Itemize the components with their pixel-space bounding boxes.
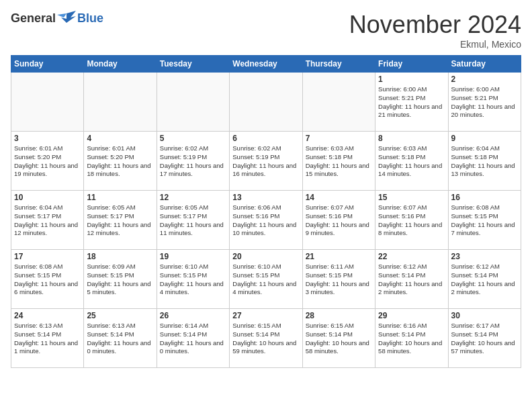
day-number: 9 <box>451 134 518 143</box>
logo-blue-text: Blue <box>77 11 103 26</box>
day-cell: 19Sunrise: 6:10 AM Sunset: 5:15 PM Dayli… <box>157 250 229 309</box>
day-number: 23 <box>451 252 518 261</box>
day-info: Sunrise: 6:08 AM Sunset: 5:15 PM Dayligh… <box>451 203 518 238</box>
day-cell: 17Sunrise: 6:08 AM Sunset: 5:15 PM Dayli… <box>11 250 84 309</box>
week-row-1: 1Sunrise: 6:00 AM Sunset: 5:21 PM Daylig… <box>11 73 521 132</box>
day-cell <box>302 73 375 132</box>
day-info: Sunrise: 6:15 AM Sunset: 5:14 PM Dayligh… <box>306 322 372 356</box>
day-info: Sunrise: 6:16 AM Sunset: 5:14 PM Dayligh… <box>378 322 445 356</box>
month-title: November 2024 <box>349 11 521 39</box>
col-header-saturday: Saturday <box>448 56 521 73</box>
day-info: Sunrise: 6:01 AM Sunset: 5:20 PM Dayligh… <box>14 144 81 179</box>
logo-general-text: General <box>11 11 56 26</box>
day-cell: 23Sunrise: 6:12 AM Sunset: 5:14 PM Dayli… <box>448 250 521 309</box>
day-number: 18 <box>87 252 153 261</box>
day-cell: 3Sunrise: 6:01 AM Sunset: 5:20 PM Daylig… <box>11 132 84 191</box>
day-info: Sunrise: 6:08 AM Sunset: 5:15 PM Dayligh… <box>14 263 81 297</box>
title-area: November 2024 Ekmul, Mexico <box>349 11 521 50</box>
col-header-tuesday: Tuesday <box>157 56 229 73</box>
day-info: Sunrise: 6:10 AM Sunset: 5:15 PM Dayligh… <box>160 263 226 297</box>
day-info: Sunrise: 6:07 AM Sunset: 5:16 PM Dayligh… <box>306 203 372 238</box>
day-number: 20 <box>232 252 299 261</box>
day-number: 8 <box>378 134 445 143</box>
col-header-sunday: Sunday <box>11 56 84 73</box>
day-cell: 22Sunrise: 6:12 AM Sunset: 5:14 PM Dayli… <box>375 250 448 309</box>
day-cell: 29Sunrise: 6:16 AM Sunset: 5:14 PM Dayli… <box>375 309 448 368</box>
day-info: Sunrise: 6:12 AM Sunset: 5:14 PM Dayligh… <box>451 263 518 297</box>
day-cell: 16Sunrise: 6:08 AM Sunset: 5:15 PM Dayli… <box>448 191 521 250</box>
col-header-monday: Monday <box>84 56 157 73</box>
day-number: 15 <box>378 193 445 202</box>
day-info: Sunrise: 6:15 AM Sunset: 5:14 PM Dayligh… <box>232 322 299 356</box>
day-number: 14 <box>306 193 372 202</box>
day-info: Sunrise: 6:01 AM Sunset: 5:20 PM Dayligh… <box>87 144 153 179</box>
day-number: 10 <box>14 193 81 202</box>
day-number: 27 <box>232 311 299 320</box>
day-number: 2 <box>451 75 518 84</box>
day-info: Sunrise: 6:04 AM Sunset: 5:18 PM Dayligh… <box>451 144 518 179</box>
day-cell: 15Sunrise: 6:07 AM Sunset: 5:16 PM Dayli… <box>375 191 448 250</box>
day-cell: 25Sunrise: 6:13 AM Sunset: 5:14 PM Dayli… <box>84 309 157 368</box>
day-info: Sunrise: 6:12 AM Sunset: 5:14 PM Dayligh… <box>378 263 445 297</box>
logo: General Blue <box>11 11 103 26</box>
day-number: 26 <box>160 311 226 320</box>
day-number: 16 <box>451 193 518 202</box>
day-number: 7 <box>306 134 372 143</box>
day-cell: 24Sunrise: 6:13 AM Sunset: 5:14 PM Dayli… <box>11 309 84 368</box>
day-info: Sunrise: 6:17 AM Sunset: 5:14 PM Dayligh… <box>451 322 518 356</box>
day-info: Sunrise: 6:03 AM Sunset: 5:18 PM Dayligh… <box>378 144 445 179</box>
day-info: Sunrise: 6:10 AM Sunset: 5:15 PM Dayligh… <box>232 263 299 297</box>
day-info: Sunrise: 6:05 AM Sunset: 5:17 PM Dayligh… <box>87 203 153 238</box>
day-info: Sunrise: 6:05 AM Sunset: 5:17 PM Dayligh… <box>160 203 226 238</box>
col-header-thursday: Thursday <box>302 56 375 73</box>
day-cell: 9Sunrise: 6:04 AM Sunset: 5:18 PM Daylig… <box>448 132 521 191</box>
day-info: Sunrise: 6:13 AM Sunset: 5:14 PM Dayligh… <box>87 322 153 356</box>
day-number: 11 <box>87 193 153 202</box>
day-cell: 1Sunrise: 6:00 AM Sunset: 5:21 PM Daylig… <box>375 73 448 132</box>
day-cell: 28Sunrise: 6:15 AM Sunset: 5:14 PM Dayli… <box>302 309 375 368</box>
location: Ekmul, Mexico <box>349 39 521 50</box>
day-info: Sunrise: 6:13 AM Sunset: 5:14 PM Dayligh… <box>14 322 81 356</box>
page-header: General Blue November 2024 Ekmul, Mexico <box>11 11 521 50</box>
week-row-5: 24Sunrise: 6:13 AM Sunset: 5:14 PM Dayli… <box>11 309 521 368</box>
day-cell: 18Sunrise: 6:09 AM Sunset: 5:15 PM Dayli… <box>84 250 157 309</box>
day-cell: 21Sunrise: 6:11 AM Sunset: 5:15 PM Dayli… <box>302 250 375 309</box>
day-number: 30 <box>451 311 518 320</box>
week-row-2: 3Sunrise: 6:01 AM Sunset: 5:20 PM Daylig… <box>11 132 521 191</box>
day-cell <box>84 73 157 132</box>
calendar-table: SundayMondayTuesdayWednesdayThursdayFrid… <box>11 55 521 368</box>
day-info: Sunrise: 6:03 AM Sunset: 5:18 PM Dayligh… <box>306 144 372 179</box>
day-info: Sunrise: 6:09 AM Sunset: 5:15 PM Dayligh… <box>87 263 153 297</box>
day-cell <box>157 73 229 132</box>
day-number: 28 <box>306 311 372 320</box>
day-info: Sunrise: 6:00 AM Sunset: 5:21 PM Dayligh… <box>378 85 445 120</box>
day-cell <box>11 73 84 132</box>
day-cell: 20Sunrise: 6:10 AM Sunset: 5:15 PM Dayli… <box>230 250 302 309</box>
day-number: 21 <box>306 252 372 261</box>
day-info: Sunrise: 6:02 AM Sunset: 5:19 PM Dayligh… <box>160 144 226 179</box>
day-cell: 30Sunrise: 6:17 AM Sunset: 5:14 PM Dayli… <box>448 309 521 368</box>
day-number: 4 <box>87 134 153 143</box>
day-number: 6 <box>232 134 299 143</box>
calendar-header-row: SundayMondayTuesdayWednesdayThursdayFrid… <box>11 56 521 73</box>
day-cell: 26Sunrise: 6:14 AM Sunset: 5:14 PM Dayli… <box>157 309 229 368</box>
day-cell: 11Sunrise: 6:05 AM Sunset: 5:17 PM Dayli… <box>84 191 157 250</box>
day-cell: 4Sunrise: 6:01 AM Sunset: 5:20 PM Daylig… <box>84 132 157 191</box>
day-number: 25 <box>87 311 153 320</box>
day-number: 17 <box>14 252 81 261</box>
week-row-3: 10Sunrise: 6:04 AM Sunset: 5:17 PM Dayli… <box>11 191 521 250</box>
day-number: 3 <box>14 134 81 143</box>
day-info: Sunrise: 6:07 AM Sunset: 5:16 PM Dayligh… <box>378 203 445 238</box>
day-number: 13 <box>232 193 299 202</box>
day-cell: 6Sunrise: 6:02 AM Sunset: 5:19 PM Daylig… <box>230 132 302 191</box>
week-row-4: 17Sunrise: 6:08 AM Sunset: 5:15 PM Dayli… <box>11 250 521 309</box>
day-number: 29 <box>378 311 445 320</box>
day-cell: 5Sunrise: 6:02 AM Sunset: 5:19 PM Daylig… <box>157 132 229 191</box>
day-cell: 27Sunrise: 6:15 AM Sunset: 5:14 PM Dayli… <box>230 309 302 368</box>
day-cell: 7Sunrise: 6:03 AM Sunset: 5:18 PM Daylig… <box>302 132 375 191</box>
day-info: Sunrise: 6:14 AM Sunset: 5:14 PM Dayligh… <box>160 322 226 356</box>
day-number: 24 <box>14 311 81 320</box>
day-cell: 13Sunrise: 6:06 AM Sunset: 5:16 PM Dayli… <box>230 191 302 250</box>
day-info: Sunrise: 6:00 AM Sunset: 5:21 PM Dayligh… <box>451 85 518 120</box>
day-info: Sunrise: 6:11 AM Sunset: 5:15 PM Dayligh… <box>306 263 372 297</box>
